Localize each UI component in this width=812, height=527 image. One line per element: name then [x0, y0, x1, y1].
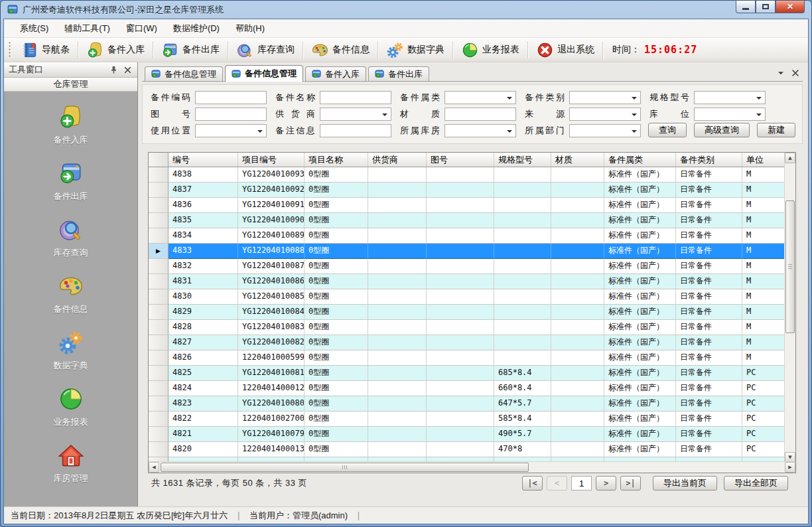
table-row[interactable]: 4838YG122040100930型圈标准件（国产）日常备件M	[149, 167, 795, 183]
menu-item-data-maintenance[interactable]: 数据维护(D)	[165, 19, 228, 38]
column-header-unit[interactable]: 单位	[742, 153, 785, 167]
column-header-category[interactable]: 备件属类	[604, 153, 676, 167]
column-header-supplier[interactable]: 供货商	[368, 153, 427, 167]
dock-close-icon[interactable]	[123, 65, 133, 75]
row-header-cell[interactable]	[149, 320, 169, 335]
toolbar-button-parts-out[interactable]: 备件出库	[156, 39, 225, 61]
new-button[interactable]: 新建	[757, 123, 795, 137]
menu-item-system[interactable]: 系统(S)	[12, 19, 56, 38]
sidebar-item-inventory-query[interactable]: 库存查询	[4, 214, 137, 262]
column-header-project_name[interactable]: 项目名称	[304, 153, 368, 167]
row-header-cell[interactable]	[149, 366, 169, 381]
page-number-input[interactable]	[571, 476, 592, 490]
remark-input[interactable]	[320, 124, 391, 137]
part-type-select[interactable]	[569, 91, 641, 104]
toolbar-button-exit-system[interactable]: 退出系统	[531, 39, 600, 61]
sidebar-item-parts-in[interactable]: 备件入库	[4, 101, 137, 149]
tab-parts-info-mgmt-2[interactable]: 备件信息管理	[225, 65, 303, 82]
prev-page-button[interactable]: <	[547, 476, 567, 490]
scroll-right-icon[interactable]: ▶	[785, 462, 795, 473]
part-name-input[interactable]	[320, 91, 391, 104]
first-page-button[interactable]: |<	[522, 476, 543, 490]
close-button[interactable]: ✕	[776, 1, 805, 13]
export-current-page-button[interactable]: 导出当前页	[653, 476, 717, 490]
export-all-pages-button[interactable]: 导出全部页	[724, 476, 788, 490]
supplier-select[interactable]	[320, 108, 391, 121]
row-header-cell[interactable]	[149, 442, 169, 457]
column-header-id[interactable]: 编号	[169, 153, 238, 167]
table-row[interactable]: 4828YG122040100830型圈标准件（国产）日常备件M	[149, 320, 795, 335]
row-header-cell[interactable]	[149, 259, 169, 274]
scroll-up-icon[interactable]: ▲	[785, 153, 795, 163]
toolbar-button-parts-in[interactable]: 备件入库	[81, 39, 150, 61]
row-header-cell[interactable]	[149, 396, 169, 412]
spec-model-select[interactable]	[694, 91, 766, 104]
department-select[interactable]	[569, 124, 641, 137]
next-page-button[interactable]: >	[596, 476, 616, 490]
sidebar-item-business-report[interactable]: 业务报表	[4, 383, 137, 431]
table-row[interactable]: 482212204010027000型圈585*8.4标准件（国产）日常备件PC	[149, 412, 795, 427]
material-input[interactable]	[444, 108, 516, 121]
menu-item-window[interactable]: 窗口(W)	[118, 19, 165, 38]
row-header-cell[interactable]	[149, 289, 169, 305]
sidebar-item-parts-info[interactable]: 备件信息	[4, 270, 137, 318]
use-position-select[interactable]	[195, 124, 267, 137]
location-select[interactable]	[694, 108, 766, 121]
table-row[interactable]: 482012204014000130型圈470*8标准件（国产）日常备件PC	[149, 442, 795, 457]
tab-close-icon[interactable]	[791, 68, 800, 78]
tab-list-chevron-down-icon[interactable]	[776, 68, 785, 78]
table-row[interactable]: 4836YG122040100910型圈标准件（国产）日常备件M	[149, 198, 795, 213]
column-header-project_code[interactable]: 项目编号	[238, 153, 304, 167]
table-row[interactable]: 4830YG122040100850型圈标准件（国产）日常备件M	[149, 289, 795, 305]
toolbar-button-parts-info[interactable]: 备件信息	[306, 39, 375, 61]
column-header-drawing_no[interactable]: 图号	[427, 153, 494, 167]
table-row[interactable]: 4829YG122040100840型圈标准件（国产）日常备件M	[149, 305, 795, 320]
menu-item-help[interactable]: 帮助(H)	[228, 19, 273, 38]
table-row[interactable]: 4823YG122040100800型圈647*5.7标准件（国产）日常备件PC	[149, 396, 795, 412]
table-row[interactable]: ▶4833YG122040100880型圈标准件（国产）日常备件M	[149, 244, 795, 259]
sidebar-item-parts-out[interactable]: 备件出库	[4, 157, 137, 205]
row-header-cell[interactable]	[149, 412, 169, 427]
table-row[interactable]: 4835YG122040100900型圈标准件（国产）日常备件M	[149, 213, 795, 228]
horizontal-scroll-thumb[interactable]	[161, 463, 529, 472]
table-row[interactable]: 482412204014000120型圈660*8.4标准件（国产）日常备件PC	[149, 381, 795, 396]
row-header-cell[interactable]	[149, 305, 169, 320]
table-row[interactable]: 4834YG122040100890型圈标准件（国产）日常备件M	[149, 228, 795, 244]
column-header-material[interactable]: 材质	[551, 153, 604, 167]
row-header-cell[interactable]	[149, 183, 169, 198]
row-header-cell[interactable]	[149, 350, 169, 366]
row-header-cell[interactable]	[149, 167, 169, 183]
row-header-cell[interactable]	[149, 213, 169, 228]
toolbar-button-nav-bar[interactable]: 导航条	[15, 39, 75, 61]
vertical-scrollbar[interactable]: ▲ ▼	[784, 153, 795, 463]
advanced-query-button[interactable]: 高级查询	[694, 123, 750, 137]
row-header-cell[interactable]: ▶	[149, 244, 169, 259]
toolbar-button-data-dictionary[interactable]: 数据字典	[381, 39, 450, 61]
table-row[interactable]: 4837YG122040100920型圈标准件（国产）日常备件M	[149, 183, 795, 198]
maximize-button[interactable]	[756, 1, 776, 13]
row-header-cell[interactable]	[149, 427, 169, 442]
column-header-spec[interactable]: 规格型号	[494, 153, 551, 167]
drawing-no-input[interactable]	[195, 108, 267, 121]
row-header-cell[interactable]	[149, 274, 169, 289]
table-row[interactable]: 4827YG122040100820型圈标准件（国产）日常备件M	[149, 335, 795, 350]
column-header-type[interactable]: 备件类别	[676, 153, 742, 167]
row-header-cell[interactable]	[149, 335, 169, 350]
pin-icon[interactable]	[109, 65, 119, 75]
menu-item-aux-tools[interactable]: 辅助工具(T)	[56, 19, 118, 38]
scroll-left-icon[interactable]: ◀	[149, 462, 159, 473]
table-row[interactable]: 4821YG122040100790型圈490*5.7标准件（国产）日常备件PC	[149, 427, 795, 442]
vertical-scroll-thumb[interactable]	[785, 200, 795, 333]
last-page-button[interactable]: >|	[620, 476, 641, 490]
row-header-cell[interactable]	[149, 228, 169, 244]
source-select[interactable]	[569, 108, 641, 121]
table-row[interactable]: 482612204010005990型圈标准件（国产）日常备件M	[149, 350, 795, 366]
warehouse-select[interactable]	[444, 124, 516, 137]
table-row[interactable]: 4831YG122040100860型圈标准件（国产）日常备件M	[149, 274, 795, 289]
part-category-select[interactable]	[444, 91, 516, 104]
tab-parts-in[interactable]: 备件入库	[305, 66, 366, 81]
toolbar-button-business-report[interactable]: 业务报表	[456, 39, 525, 61]
tab-parts-info-mgmt-1[interactable]: 备件信息管理	[145, 66, 223, 81]
part-code-input[interactable]	[195, 91, 267, 104]
query-button[interactable]: 查询	[648, 123, 687, 137]
